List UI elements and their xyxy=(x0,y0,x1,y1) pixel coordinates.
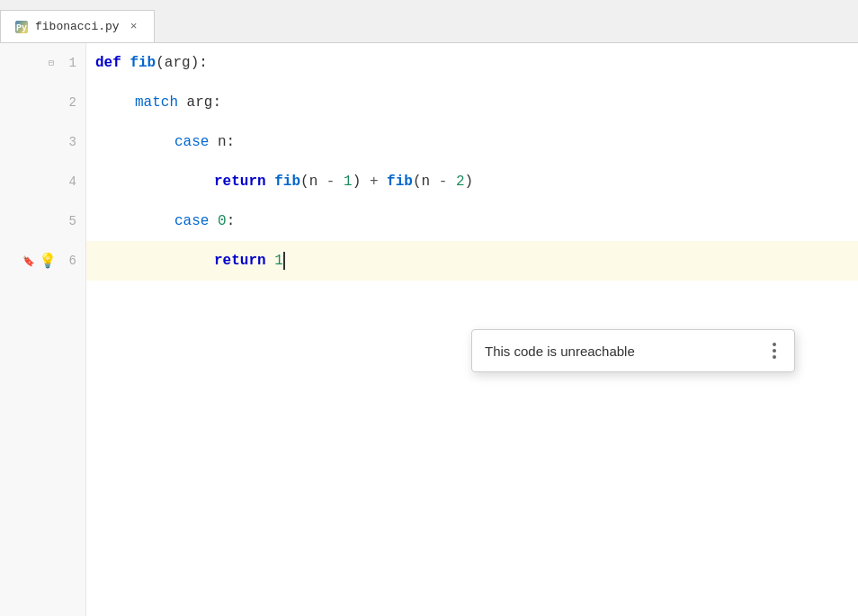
plus-op: + xyxy=(370,174,379,190)
punc-colon-case0: : xyxy=(227,213,236,229)
case-n: n: xyxy=(209,134,235,150)
num-1: 1 xyxy=(344,174,353,190)
tooltip-container: This code is unreachable xyxy=(471,329,795,372)
dot-1 xyxy=(773,343,776,346)
gutter-row-2: 2 xyxy=(0,83,85,122)
return-value-1: 1 xyxy=(274,253,283,269)
tab-close-button[interactable]: × xyxy=(127,20,141,34)
tooltip-box: This code is unreachable xyxy=(471,329,795,372)
editor-area: ⊟ 1 2 3 4 5 🔖 💡 6 xyxy=(0,43,858,616)
code-line-3: case n: xyxy=(86,122,858,162)
line-number-3: 3 xyxy=(60,135,76,149)
keyword-case-1: case xyxy=(174,134,209,150)
punc-open-2: ( xyxy=(413,174,422,190)
gutter-row-6: 🔖 💡 6 xyxy=(0,241,85,281)
line-gutter: ⊟ 1 2 3 4 5 🔖 💡 6 xyxy=(0,43,86,616)
keyword-return-1: return xyxy=(214,174,274,190)
tab-bar: Py fibonacci.py × xyxy=(0,0,858,43)
fold-icon-1[interactable]: ⊟ xyxy=(46,58,57,68)
code-area[interactable]: def fib(arg): match arg: case n: return … xyxy=(86,43,858,616)
function-name-fib: fib xyxy=(130,55,156,71)
line-number-5: 5 xyxy=(60,214,76,228)
code-line-2: match arg: xyxy=(86,83,858,122)
space-3 xyxy=(447,174,456,190)
n-var-1: n xyxy=(309,174,326,190)
code-line-4: return fib(n - 1) + fib(n - 2) xyxy=(86,162,858,201)
minus-op-1: - xyxy=(326,174,335,190)
punc-close-1: ) xyxy=(353,174,370,190)
bookmark-icon-6[interactable]: 🔖 xyxy=(22,255,35,267)
keyword-def: def xyxy=(95,55,130,71)
lightbulb-icon-6[interactable]: 💡 xyxy=(39,252,57,270)
line-number-2: 2 xyxy=(60,95,76,110)
punc-close-2: ) xyxy=(465,174,474,190)
tooltip-message: This code is unreachable xyxy=(485,344,635,359)
keyword-case-2: case xyxy=(174,213,209,229)
minus-op-2: - xyxy=(439,174,448,190)
svg-text:Py: Py xyxy=(16,23,27,33)
case-value-0: 0 xyxy=(218,213,227,229)
function-call-fib-1: fib xyxy=(274,174,300,190)
space-case0 xyxy=(209,213,218,229)
tooltip-more-options-button[interactable] xyxy=(767,339,782,362)
code-line-6: return 1 xyxy=(86,241,858,281)
space-1 xyxy=(335,174,344,190)
dot-2 xyxy=(773,349,776,353)
keyword-return-2: return xyxy=(214,253,274,269)
punc-close-paren-1: ): xyxy=(191,55,208,71)
match-arg: arg: xyxy=(178,94,221,111)
dot-3 xyxy=(773,355,776,359)
n-var-2: n xyxy=(422,174,439,190)
gutter-row-4: 4 xyxy=(0,162,85,201)
line-number-4: 4 xyxy=(60,174,76,189)
tab-fibonacci[interactable]: Py fibonacci.py × xyxy=(0,10,155,42)
param-arg: arg xyxy=(165,55,191,71)
tab-label: fibonacci.py xyxy=(35,20,120,33)
keyword-match: match xyxy=(135,94,178,111)
num-2: 2 xyxy=(456,174,465,190)
gutter-row-5: 5 xyxy=(0,201,85,241)
code-line-5: case 0: xyxy=(86,201,858,241)
text-cursor xyxy=(283,252,285,270)
code-line-1: def fib(arg): xyxy=(86,43,858,83)
punc-open-1: ( xyxy=(300,174,309,190)
gutter-row-3: 3 xyxy=(0,122,85,162)
punc-open-paren-1: ( xyxy=(156,55,165,71)
space-2 xyxy=(378,174,387,190)
line-number-6: 6 xyxy=(60,254,76,268)
python-icon: Py xyxy=(13,19,30,35)
editor-window: Py fibonacci.py × ⊟ 1 2 3 4 xyxy=(0,0,858,616)
function-call-fib-2: fib xyxy=(387,174,413,190)
gutter-row-1: ⊟ 1 xyxy=(0,43,85,83)
line-number-1: 1 xyxy=(60,56,76,70)
